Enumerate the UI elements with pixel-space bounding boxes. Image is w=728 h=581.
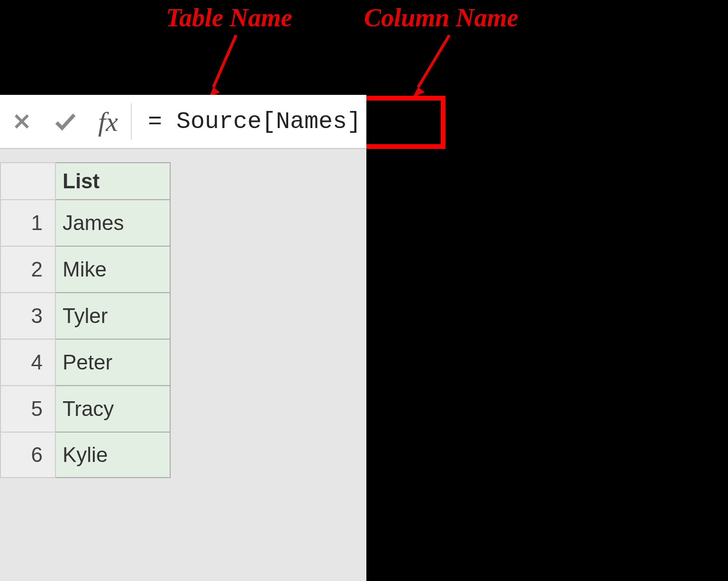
list-row[interactable]: 6 Kylie bbox=[0, 432, 171, 478]
editor-panel: fx = Source[Names] List 1 James 2 Mike 3… bbox=[0, 95, 366, 581]
row-value: Mike bbox=[56, 246, 171, 292]
arrow-table-name bbox=[204, 32, 251, 103]
row-index: 1 bbox=[0, 199, 56, 246]
row-index: 2 bbox=[0, 246, 56, 292]
row-index: 5 bbox=[0, 385, 56, 432]
annotation-table-name: Table Name bbox=[166, 3, 292, 32]
list-row[interactable]: 2 Mike bbox=[0, 246, 171, 292]
data-list: List 1 James 2 Mike 3 Tyler 4 Peter 5 Tr… bbox=[0, 162, 171, 478]
list-row[interactable]: 3 Tyler bbox=[0, 292, 171, 339]
row-index: 6 bbox=[0, 432, 56, 478]
row-value: Tyler bbox=[56, 292, 171, 339]
row-value: Tracy bbox=[56, 385, 171, 432]
list-row[interactable]: 1 James bbox=[0, 199, 171, 246]
row-value: Kylie bbox=[56, 432, 171, 478]
formula-input[interactable]: = Source[Names] bbox=[132, 108, 361, 135]
annotation-column-name: Column Name bbox=[364, 3, 519, 32]
row-value: James bbox=[56, 199, 171, 246]
svg-line-2 bbox=[418, 35, 449, 87]
row-index: 3 bbox=[0, 292, 56, 339]
fx-icon[interactable]: fx bbox=[87, 106, 129, 138]
svg-line-0 bbox=[213, 35, 236, 87]
arrow-column-name bbox=[402, 32, 459, 103]
list-row[interactable]: 5 Tracy bbox=[0, 385, 171, 432]
row-index-gutter bbox=[0, 162, 56, 199]
list-header-row: List bbox=[0, 162, 171, 199]
enter-icon[interactable] bbox=[44, 95, 87, 148]
formula-bar: fx = Source[Names] bbox=[0, 95, 366, 149]
cancel-icon[interactable] bbox=[0, 95, 44, 148]
row-index: 4 bbox=[0, 339, 56, 385]
svg-marker-3 bbox=[412, 87, 425, 98]
row-value: Peter bbox=[56, 339, 171, 385]
list-row[interactable]: 4 Peter bbox=[0, 339, 171, 385]
list-header[interactable]: List bbox=[56, 162, 171, 199]
